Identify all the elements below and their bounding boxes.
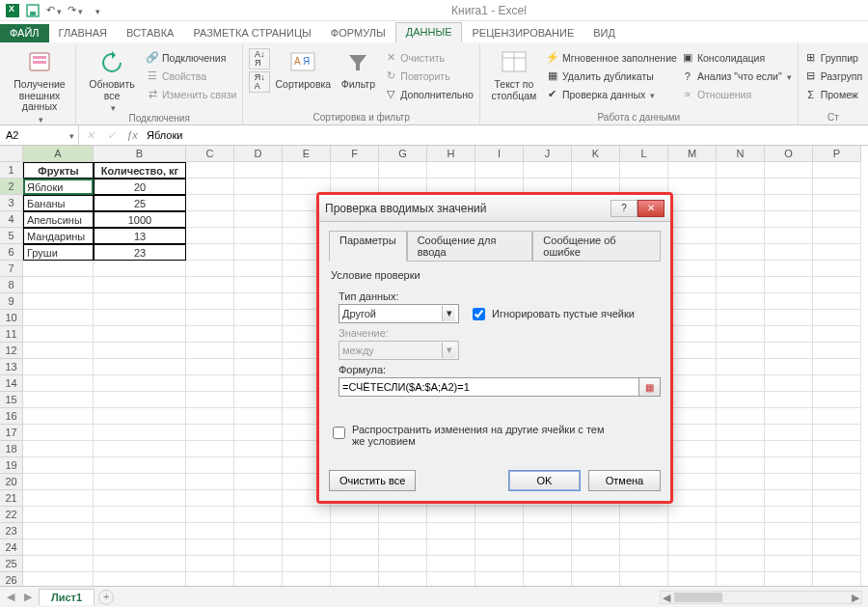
cell[interactable] <box>186 359 234 375</box>
dialog-tab-input-msg[interactable]: Сообщение для ввода <box>407 231 533 262</box>
cell[interactable] <box>572 523 620 539</box>
cell[interactable] <box>186 244 234 261</box>
cell[interactable] <box>234 507 283 523</box>
cell[interactable] <box>379 523 427 539</box>
column-header[interactable]: I <box>475 146 524 162</box>
cell[interactable] <box>668 179 717 195</box>
redo-icon[interactable]: ↷ <box>68 3 83 18</box>
cell[interactable] <box>717 261 765 277</box>
cell[interactable] <box>427 556 475 572</box>
horizontal-scrollbar[interactable]: ◀▶ <box>660 591 862 604</box>
tab-insert[interactable]: ВСТАВКА <box>117 24 183 42</box>
column-header[interactable]: G <box>379 146 427 162</box>
cell[interactable] <box>234 392 283 408</box>
subtotal-button[interactable]: ΣПромеж <box>804 85 862 103</box>
cell[interactable] <box>668 293 717 310</box>
row-header[interactable]: 7 <box>0 261 23 277</box>
cell[interactable] <box>186 375 234 392</box>
get-external-data-button[interactable]: Получение внешних данных <box>10 46 69 124</box>
data-validation-button[interactable]: ✔Проверка данных <box>546 85 677 103</box>
cell[interactable] <box>524 539 572 556</box>
cell[interactable] <box>765 474 813 490</box>
cell[interactable] <box>668 507 717 523</box>
cell[interactable] <box>331 162 379 179</box>
cell[interactable] <box>331 539 379 556</box>
cell[interactable] <box>23 425 94 441</box>
add-sheet-button[interactable]: + <box>98 590 114 605</box>
row-header[interactable]: 9 <box>0 293 23 310</box>
cell[interactable]: 20 <box>94 179 186 195</box>
cell[interactable] <box>668 195 717 211</box>
cell[interactable] <box>23 474 94 490</box>
cell[interactable] <box>813 392 861 408</box>
cell[interactable] <box>283 572 331 586</box>
cell[interactable] <box>94 474 186 490</box>
cell[interactable] <box>668 457 717 474</box>
cell[interactable] <box>186 490 234 507</box>
cell[interactable] <box>668 441 717 457</box>
cell[interactable] <box>813 211 861 228</box>
cell[interactable] <box>94 392 186 408</box>
column-header[interactable]: M <box>668 146 717 162</box>
column-header[interactable]: B <box>94 146 186 162</box>
row-header[interactable]: 20 <box>0 474 23 490</box>
cell[interactable] <box>234 441 283 457</box>
tab-file[interactable]: ФАЙЛ <box>0 24 49 42</box>
cell[interactable] <box>23 572 94 586</box>
cell[interactable] <box>620 507 668 523</box>
cell[interactable] <box>765 507 813 523</box>
cell[interactable]: Фрукты <box>23 162 94 179</box>
cell[interactable] <box>765 179 813 195</box>
cell[interactable] <box>813 310 861 326</box>
cell[interactable] <box>234 277 283 293</box>
cell[interactable] <box>186 293 234 310</box>
cell[interactable] <box>94 539 186 556</box>
save-icon[interactable] <box>25 3 41 18</box>
cell[interactable] <box>283 539 331 556</box>
cell[interactable] <box>475 539 524 556</box>
cell[interactable] <box>668 211 717 228</box>
text-to-columns-button[interactable]: Текст по столбцам <box>486 46 542 101</box>
cell[interactable] <box>94 425 186 441</box>
cell[interactable] <box>717 195 765 211</box>
cell[interactable] <box>813 261 861 277</box>
column-header[interactable]: E <box>283 146 331 162</box>
cell[interactable] <box>813 523 861 539</box>
cell[interactable] <box>283 556 331 572</box>
cell[interactable] <box>186 474 234 490</box>
cell[interactable] <box>186 457 234 474</box>
row-header[interactable]: 4 <box>0 211 23 228</box>
remove-duplicates-button[interactable]: ▦Удалить дубликаты <box>546 67 677 85</box>
cell[interactable] <box>283 507 331 523</box>
cell[interactable] <box>572 572 620 586</box>
cell[interactable] <box>379 507 427 523</box>
cell[interactable] <box>331 507 379 523</box>
cell[interactable] <box>668 392 717 408</box>
row-header[interactable]: 5 <box>0 228 23 244</box>
cell[interactable] <box>765 457 813 474</box>
cell[interactable] <box>524 572 572 586</box>
row-header[interactable]: 15 <box>0 392 23 408</box>
cell[interactable] <box>186 310 234 326</box>
cell[interactable] <box>813 179 861 195</box>
cell[interactable] <box>94 490 186 507</box>
cell[interactable] <box>668 359 717 375</box>
whatif-button[interactable]: ?Анализ "что если" <box>681 67 792 85</box>
cell[interactable] <box>717 490 765 507</box>
cell[interactable]: Количество, кг <box>94 162 186 179</box>
column-header[interactable]: P <box>813 146 861 162</box>
cell[interactable] <box>572 556 620 572</box>
cell[interactable] <box>94 408 186 425</box>
cell[interactable] <box>668 326 717 343</box>
cell[interactable]: Яблоки <box>23 179 94 195</box>
cell[interactable] <box>94 556 186 572</box>
cancel-button[interactable]: Отмена <box>588 470 661 491</box>
cell[interactable] <box>234 474 283 490</box>
cell[interactable] <box>717 179 765 195</box>
cell[interactable] <box>668 425 717 441</box>
formula-input[interactable] <box>143 129 868 141</box>
cell[interactable] <box>765 195 813 211</box>
row-header[interactable]: 2 <box>0 179 23 195</box>
cell[interactable] <box>427 507 475 523</box>
cell[interactable] <box>765 490 813 507</box>
